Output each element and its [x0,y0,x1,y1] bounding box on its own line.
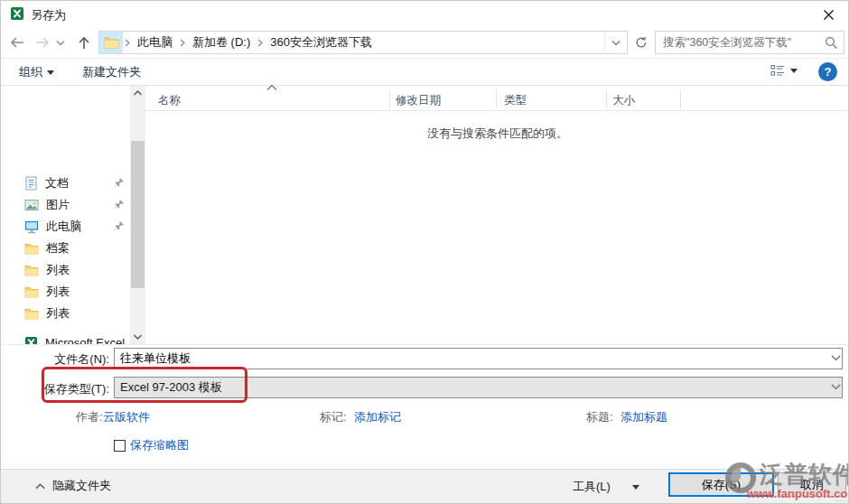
sidebar-item-label: 列表 [46,262,70,278]
sidebar-item-this-pc-pinned[interactable]: 此电脑 [1,216,130,238]
breadcrumb-folder[interactable]: 360安全浏览器下载 [265,34,378,51]
close-icon[interactable] [819,5,837,23]
save-thumbnail-label: 保存缩略图 [130,437,189,453]
address-dropdown-icon[interactable] [604,32,627,53]
address-bar[interactable]: 此电脑 新加卷 (D:) 360安全浏览器下载 [98,31,628,54]
hide-folders-button[interactable]: 隐藏文件夹 [35,478,111,494]
savetype-value: Excel 97-2003 模板 [120,379,222,396]
breadcrumb-this-pc[interactable]: 此电脑 [132,34,178,51]
add-title-link[interactable]: 添加标题 [620,409,667,425]
up-icon[interactable] [73,32,95,53]
sidebar-item-label: 图片 [46,197,70,213]
save-button[interactable]: 保存(S) [668,472,774,497]
scrollbar-thumb[interactable] [131,141,145,288]
column-divider[interactable] [606,89,607,109]
new-folder-label: 新建文件夹 [82,64,141,80]
empty-results-message: 没有与搜索条件匹配的项。 [145,126,849,142]
column-size[interactable]: 大小 [612,93,635,108]
cancel-button[interactable]: 取消 [778,472,846,497]
add-tag-link[interactable]: 添加标记 [354,409,401,425]
file-list: 名称 修改日期 类型 大小 没有与搜索条件匹配的项。 [145,86,849,344]
chevron-right-icon [178,39,187,47]
sidebar-item-list-1[interactable]: 列表 [1,259,130,281]
search-icon[interactable] [825,36,838,50]
chevron-down-icon [632,485,639,490]
sidebar-item-list-3[interactable]: 列表 [1,303,130,324]
sidebar-item-label: 列表 [46,284,70,300]
folder-icon [99,32,123,53]
search-box [655,31,844,54]
save-fields: 文件名(N): 保存类型(T): Excel 97-2003 模板 作者: 云版… [1,344,848,469]
folder-icon [24,243,39,255]
sidebar-item-list-2[interactable]: 列表 [1,281,130,303]
column-modified[interactable]: 修改日期 [396,93,441,108]
sidebar-item-label: 文档 [45,175,69,191]
sidebar-item-label: 档案 [46,240,70,257]
column-divider[interactable] [496,89,497,109]
column-divider[interactable] [389,89,390,109]
hide-folders-label: 隐藏文件夹 [52,478,111,494]
savetype-select[interactable]: Excel 97-2003 模板 [114,377,843,398]
sidebar-item-microsoft-excel[interactable]: Microsoft Excel [1,331,130,344]
filename-label: 文件名(N): [19,351,109,368]
title-bar: 另存为 [1,1,848,26]
computer-icon [24,220,39,234]
sidebar-item-archive[interactable]: 档案 [1,238,130,259]
scroll-up-icon[interactable] [130,86,145,100]
filename-input[interactable] [114,348,843,369]
tools-button[interactable]: 工具(L) [573,479,639,495]
organize-button[interactable]: 组织 [19,64,54,80]
document-icon [24,176,38,191]
dialog-title: 另存为 [31,7,66,23]
breadcrumb-drive-d[interactable]: 新加卷 (D:) [187,34,256,51]
command-toolbar: 组织 新建文件夹 ? [1,59,848,86]
resize-grip[interactable]: .:: [836,494,846,503]
title-label: 标题: [586,409,613,425]
sidebar-item-label: Microsoft Excel [45,336,125,345]
tags-label: 标记: [320,409,347,425]
navigation-pane: 文档 图片 此电脑 档案 列表 列表 列表 [1,86,130,344]
chevron-up-icon [35,483,45,490]
sidebar-item-label: 列表 [46,305,70,322]
new-folder-button[interactable]: 新建文件夹 [82,64,141,80]
column-type[interactable]: 类型 [504,93,527,108]
sidebar-item-documents[interactable]: 文档 [1,173,130,194]
checkbox-unchecked-icon[interactable] [114,440,126,452]
excel-icon [24,336,38,345]
save-as-dialog: 另存为 此电脑 新加卷 (D:) 360安全浏览器下载 [0,0,849,504]
forward-icon[interactable] [32,32,53,53]
help-glyph: ? [825,65,832,79]
back-icon[interactable] [6,32,28,53]
search-input[interactable] [656,32,820,53]
sidebar-item-pictures[interactable]: 图片 [1,194,130,216]
details-view-icon [770,64,786,78]
column-divider[interactable] [680,89,681,109]
column-name[interactable]: 名称 [158,93,181,108]
savetype-label: 保存类型(T): [19,381,109,397]
author-link[interactable]: 云版软件 [103,409,150,425]
organize-label: 组织 [19,64,42,80]
footer-bar: 隐藏文件夹 工具(L) 保存(S) 取消 .:: [1,469,848,504]
sidebar-scrollbar[interactable] [130,86,145,344]
navigation-bar: 此电脑 新加卷 (D:) 360安全浏览器下载 [1,26,848,59]
scroll-down-icon[interactable] [130,330,145,344]
save-thumbnail-option[interactable]: 保存缩略图 [114,437,189,453]
pin-icon [114,177,125,188]
refresh-icon[interactable] [631,33,651,52]
chevron-down-icon [790,69,798,73]
author-label: 作者: [76,409,103,425]
picture-icon [24,199,39,211]
recent-locations-icon[interactable] [53,32,68,53]
tools-label: 工具(L) [573,479,611,495]
pin-icon [114,199,125,210]
excel-icon [10,6,24,21]
column-headers: 名称 修改日期 类型 大小 [145,88,849,111]
folder-icon [24,265,39,276]
chevron-right-icon [123,39,132,47]
help-button[interactable]: ? [818,62,837,81]
sidebar-item-label: 此电脑 [46,219,81,235]
folder-icon [24,286,39,298]
view-mode-button[interactable] [770,64,798,78]
folder-icon [24,308,39,320]
chevron-right-icon [256,39,265,47]
